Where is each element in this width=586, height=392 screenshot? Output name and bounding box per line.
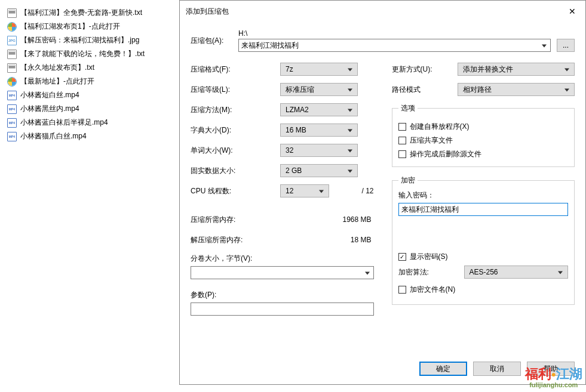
file-explorer: 【福利江湖】全免费-无套路-更新快.txt【福利江湖发布页1】-点此打开JPG【… xyxy=(0,0,179,392)
file-item[interactable]: MP4小林酱猫爪白丝.mp4 xyxy=(5,129,174,143)
checkbox-icon xyxy=(398,137,406,144)
file-name: 【解压密码：来福利江湖找福利】.jpg xyxy=(20,35,139,45)
file-item[interactable]: 【最新地址】-点此打开 xyxy=(5,75,174,88)
browser-file-icon xyxy=(7,77,17,87)
checkbox-icon xyxy=(398,253,406,261)
dialog-titlebar: 添加到压缩包 ✕ xyxy=(180,1,585,22)
mp4-file-icon: MP4 xyxy=(7,132,17,141)
options-legend: 选项 xyxy=(398,103,418,113)
file-item[interactable]: MP4小林酱短白丝.mp4 xyxy=(5,88,174,102)
update-label: 更新方式(U): xyxy=(392,64,458,75)
format-select[interactable]: 7z xyxy=(280,63,358,76)
volume-combo[interactable] xyxy=(191,266,374,279)
archive-name-combo[interactable]: 来福利江湖找福利 xyxy=(238,39,551,52)
options-group: 选项 创建自释放程序(X) 压缩共享文件 操作完成后删除源文件 xyxy=(392,103,575,167)
file-item[interactable]: MP4小林酱蓝白袜后半裸足.mp4 xyxy=(5,116,174,129)
archive-path-group: H:\ 来福利江湖找福利 xyxy=(238,29,551,52)
archive-name-value: 来福利江湖找福利 xyxy=(241,41,299,51)
browser-file-icon xyxy=(7,22,17,32)
mem-compress-label: 压缩所需内存: xyxy=(191,215,280,225)
method-label: 压缩方法(M): xyxy=(191,105,280,115)
file-name: 【福利江湖发布页1】-点此打开 xyxy=(20,21,120,32)
solid-label: 固实数据大小: xyxy=(191,166,280,176)
encrypt-legend: 加密 xyxy=(398,175,418,186)
cpu-total: / 12 xyxy=(352,187,374,195)
txt-file-icon xyxy=(7,63,17,73)
dict-select[interactable]: 16 MB xyxy=(280,124,358,137)
mp4-file-icon: MP4 xyxy=(7,118,17,128)
word-label: 单词大小(W): xyxy=(191,146,280,156)
path-label: 路径模式 xyxy=(392,85,458,95)
file-item[interactable]: 【永久地址发布页】.txt xyxy=(5,61,174,75)
cpu-label: CPU 线程数: xyxy=(191,186,280,196)
ellipsis-icon: ... xyxy=(563,41,569,50)
cancel-button[interactable]: 取消 xyxy=(473,362,521,376)
file-item[interactable]: 【来了就能下载的论坛，纯免费！】.txt xyxy=(5,47,174,61)
checkbox-icon xyxy=(398,123,406,131)
file-name: 小林酱蓝白袜后半裸足.mp4 xyxy=(20,118,108,128)
checkbox-icon xyxy=(398,150,406,158)
close-icon: ✕ xyxy=(569,7,576,16)
mp4-file-icon: MP4 xyxy=(7,104,17,114)
txt-file-icon xyxy=(7,8,17,18)
cpu-select[interactable]: 12 xyxy=(280,184,329,197)
form-columns: 压缩格式(F): 7z 压缩等级(L): 标准压缩 压缩方法(M): LZMA2… xyxy=(191,63,575,348)
method-select[interactable]: LZMA2 xyxy=(280,103,358,116)
mem-compress-value: 1968 MB xyxy=(280,215,374,224)
params-label: 参数(P): xyxy=(191,290,374,300)
right-column: 更新方式(U): 添加并替换文件 路径模式 相对路径 选项 创建自释放程序(X)… xyxy=(392,63,575,348)
volume-label: 分卷大小，字节(V): xyxy=(191,254,374,264)
password-label: 输入密码： xyxy=(398,190,569,200)
level-label: 压缩等级(L): xyxy=(191,85,280,95)
file-name: 【福利江湖】全免费-无套路-更新快.txt xyxy=(20,8,142,18)
checkbox-icon xyxy=(398,286,406,294)
mem-decompress-label: 解压缩所需内存: xyxy=(191,235,280,245)
password-input[interactable]: 来福利江湖找福利 xyxy=(398,203,569,216)
archive-path-prefix: H:\ xyxy=(238,29,551,38)
file-name: 小林酱短白丝.mp4 xyxy=(20,90,79,100)
format-label: 压缩格式(F): xyxy=(191,64,280,75)
file-item[interactable]: 【福利江湖】全免费-无套路-更新快.txt xyxy=(5,6,174,20)
dialog-footer: 确定 取消 帮助 xyxy=(180,356,585,384)
enc-method-label: 加密算法: xyxy=(398,267,464,277)
ok-button[interactable]: 确定 xyxy=(419,362,467,376)
update-select[interactable]: 添加并替换文件 xyxy=(458,63,575,76)
file-name: 【最新地址】-点此打开 xyxy=(20,76,94,87)
txt-file-icon xyxy=(7,50,17,59)
file-item[interactable]: 【福利江湖发布页1】-点此打开 xyxy=(5,20,174,33)
mp4-file-icon: MP4 xyxy=(7,91,17,100)
file-name: 【来了就能下载的论坛，纯免费！】.txt xyxy=(20,49,145,59)
opt-delete-checkbox[interactable]: 操作完成后删除源文件 xyxy=(398,149,569,159)
params-input[interactable] xyxy=(191,303,374,316)
browse-button[interactable]: ... xyxy=(557,39,575,52)
level-select[interactable]: 标准压缩 xyxy=(280,83,358,96)
solid-select[interactable]: 2 GB xyxy=(280,164,358,177)
file-item[interactable]: MP4小林酱黑丝内.mp4 xyxy=(5,102,174,116)
dialog-body: 压缩包(A): H:\ 来福利江湖找福利 ... 压缩格式(F): 7z 压缩 xyxy=(180,22,585,356)
file-name: 小林酱猫爪白丝.mp4 xyxy=(20,131,87,141)
left-column: 压缩格式(F): 7z 压缩等级(L): 标准压缩 压缩方法(M): LZMA2… xyxy=(191,63,374,348)
help-button[interactable]: 帮助 xyxy=(527,362,575,376)
add-to-archive-dialog: 添加到压缩包 ✕ 压缩包(A): H:\ 来福利江湖找福利 ... 压缩格式 xyxy=(179,0,586,385)
dialog-title: 添加到压缩包 xyxy=(186,7,229,17)
jpg-file-icon: JPG xyxy=(7,36,17,45)
file-name: 小林酱黑丝内.mp4 xyxy=(20,104,79,114)
show-password-checkbox[interactable]: 显示密码(S) xyxy=(398,252,569,262)
opt-shared-checkbox[interactable]: 压缩共享文件 xyxy=(398,135,569,146)
opt-sfx-checkbox[interactable]: 创建自释放程序(X) xyxy=(398,122,569,132)
path-select[interactable]: 相对路径 xyxy=(458,83,575,96)
file-name: 【永久地址发布页】.txt xyxy=(20,63,94,73)
enc-method-select[interactable]: AES-256 xyxy=(464,266,569,279)
close-button[interactable]: ✕ xyxy=(559,3,585,20)
archive-label: 压缩包(A): xyxy=(191,36,232,52)
archive-row: 压缩包(A): H:\ 来福利江湖找福利 ... xyxy=(191,29,575,52)
enc-filenames-checkbox[interactable]: 加密文件名(N) xyxy=(398,285,569,295)
encrypt-group: 加密 输入密码： 来福利江湖找福利 显示密码(S) 加密算法: AES-256 … xyxy=(392,175,575,305)
file-item[interactable]: JPG【解压密码：来福利江湖找福利】.jpg xyxy=(5,33,174,47)
dict-label: 字典大小(D): xyxy=(191,125,280,135)
mem-decompress-value: 18 MB xyxy=(280,236,374,244)
word-select[interactable]: 32 xyxy=(280,144,358,157)
